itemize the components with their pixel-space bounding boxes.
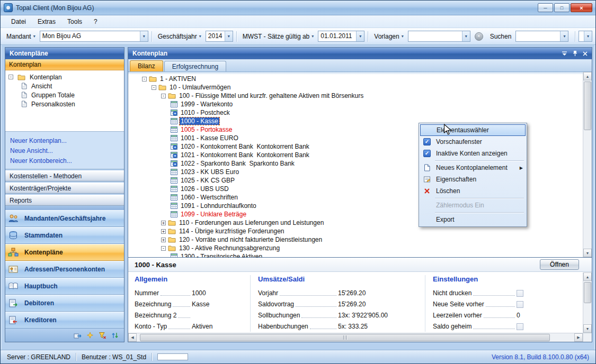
sidebar-nav-debitoren[interactable]: Debitoren [5,295,124,312]
sidebar-nav-adressen-personenkonten[interactable]: Adressen/Personenkonten [5,261,124,278]
menu-help[interactable]: ? [88,16,103,27]
sidebar-tree-item-ansicht[interactable]: Ansicht [8,81,123,90]
geschaeftsjahr-dropdown-label[interactable]: Geschäftsjahr▾ [155,31,204,42]
chevron-down-icon[interactable]: ▾ [225,31,233,41]
mwst-combobox[interactable]: 01.01.2011▾ [318,31,364,42]
scrollbar-track[interactable] [583,80,592,249]
detail-horizontal-scrollbar[interactable]: ◀ ▶ [128,333,583,342]
detail-vertical-scrollbar[interactable]: ▲ ▼ [583,272,592,333]
vor­lagen-combobox[interactable]: ▾ [408,31,470,42]
tree-item[interactable]: 1300 - Transitorische Aktiven [128,252,583,257]
context-menu-item-inaktive-konten-anzeigen[interactable]: ✓Inaktive Konten anzeigen [420,148,526,159]
mandant-dropdown-label[interactable]: Mandant▾ [4,31,38,42]
close-button[interactable]: × [571,3,592,12]
expand-expander-icon[interactable]: + [161,238,166,242]
currency-account-icon [171,152,177,158]
context-menu-item-vorschaufenster[interactable]: ✓Vorschaufenster [420,136,526,148]
section-reports[interactable]: Reports [5,195,124,206]
context-menu-item-loeschen[interactable]: Löschen [420,185,526,197]
collapse-expander-icon[interactable]: - [142,77,147,81]
chevron-down-icon[interactable]: ▾ [584,31,592,41]
tree-item[interactable]: -1 - AKTIVEN [128,75,583,83]
sidebar-tree-item-gruppen-totale[interactable]: Gruppen Totale [8,90,123,99]
chevron-down-icon[interactable]: ▾ [462,31,470,41]
sidebar-header: Kontenpläne [5,48,124,59]
checkbox-saldo-geheim[interactable] [517,323,523,330]
sidebar-tree-root[interactable]: -Kontenplan [8,72,123,81]
context-menu-item-eigenschaften[interactable]: Eigenschaften [420,174,526,185]
menu-extras[interactable]: Extras [32,16,61,27]
filter-icon[interactable] [99,332,106,339]
scroll-up-icon[interactable]: ▲ [583,272,592,281]
search-input[interactable]: ▾ [515,31,568,42]
tree-item[interactable]: -100 - Flüssige Mittel und kurzfr. gehal… [128,92,583,100]
wand-icon[interactable] [86,332,94,339]
collapse-expander-icon[interactable]: - [8,75,13,79]
pin-icon[interactable] [573,50,577,57]
scroll-down-icon[interactable]: ▼ [583,324,592,333]
minimize-button[interactable]: ─ [538,3,553,12]
tab-bilanz[interactable]: Bilanz [130,60,163,71]
tree-item[interactable]: -10 - Umlaufvermögen [128,83,583,92]
status-separator [152,353,152,361]
scroll-left-icon[interactable]: ◀ [128,333,137,342]
scroll-right-icon[interactable]: ▶ [574,333,583,342]
link-neuer-kontobereich[interactable]: Neuer Kontobereich... [10,156,124,166]
sidebar-nav-mandanten-geschaeftsjahre[interactable]: Mandanten/Geschäftsjahre [5,210,124,227]
collapse-expander-icon[interactable]: - [161,94,166,98]
export-icon[interactable] [74,332,82,339]
open-button[interactable]: Öffnen [540,259,579,270]
sidebar-nav-kontenplaene[interactable]: Kontenpläne [5,244,124,261]
vorlagen-dropdown-label[interactable]: Vorlagen▾ [371,31,406,42]
tab-erfolgsrechnung[interactable]: Erfolgsrechnung [164,61,226,71]
scrollbar-track[interactable] [137,333,574,342]
geschaeftsjahr-combobox[interactable]: 2014▾ [206,31,233,42]
sidebar-nav-hauptbuch[interactable]: Hauptbuch [5,278,124,295]
scrollbar-thumb[interactable] [584,282,591,303]
tree-item[interactable]: +120 - Vorräte und nicht fakturierte Die… [128,235,583,244]
scroll-down-icon[interactable]: ▼ [583,249,592,257]
close-icon[interactable] [583,51,588,56]
expand-expander-icon[interactable]: + [161,229,166,234]
collapse-expander-icon[interactable]: - [152,85,156,90]
sidebar-tree-item-personalkosten[interactable]: Personalkosten [8,99,123,108]
tree-item[interactable]: 1999 - Wartekonto [128,100,583,108]
tree-item[interactable]: +114 - Übrige kurzfristige Forderungen [128,227,583,235]
sidebar-entry-kontenplan[interactable]: Kontenplan [5,59,124,70]
scrollbar-track[interactable] [583,281,592,324]
sidebar-nav-stammdaten[interactable]: Stammdaten [5,227,124,244]
expand-expander-icon[interactable]: + [161,221,166,225]
detail-title: 1000 - Kasse [135,261,176,269]
tree-vertical-scrollbar[interactable]: ▲ ▼ [583,72,592,257]
context-menu-item-zaehlermodus-ein[interactable]: Zählermodus Ein [420,199,526,211]
menu-datei[interactable]: Datei [6,16,31,27]
maximize-button[interactable]: □ [554,3,570,12]
section-kostenstellen-methoden[interactable]: Kostenstellen - Methoden [5,170,124,181]
scroll-up-icon[interactable]: ▲ [583,72,592,80]
menu-tools[interactable]: Tools [62,16,87,27]
checkbox-nicht-drucken[interactable] [517,290,523,297]
context-menu-item-export[interactable]: Export [420,214,526,225]
section-kostentraeger-projekte[interactable]: Kostenträger/Projekte [5,183,124,194]
tree-item[interactable]: -130 - Aktive Rechnungsabgrenzung [128,244,583,252]
chevron-down-icon[interactable]: ▾ [356,31,364,41]
mwst-dropdown-label[interactable]: MWST - Sätze gültig ab▾ [240,31,317,42]
collapse-expander-icon[interactable]: - [161,246,166,251]
clients-icon [8,213,19,224]
chevron-down-icon[interactable]: ▾ [560,31,568,41]
clear-search-button[interactable]: × [475,32,483,41]
context-menu-item-neues-kontoplanelement[interactable]: Neues Kontoplanelement▶ [420,162,526,174]
checkbox-neue-seite-vorher[interactable] [517,301,523,308]
link-neuer-kontenplan[interactable]: Neuer Kontenplan... [10,135,124,145]
scrollbar-thumb[interactable] [140,334,550,341]
dropdown-icon[interactable] [562,51,567,56]
sidebar-nav-kreditoren[interactable]: Kreditoren [5,312,124,329]
chevron-down-icon[interactable]: ▾ [140,31,148,41]
context-menu-item-elementauswaehler[interactable]: Elementauswähler [420,124,526,136]
toolbar-overflow-combobox[interactable]: ▾ [579,31,592,42]
scrollbar-thumb[interactable] [584,81,591,130]
sort-icon[interactable] [111,332,119,339]
tree-item[interactable]: 1010 - Postcheck [128,108,583,117]
mandant-combobox[interactable]: Mon Bijou AG▾ [40,31,148,42]
link-neue-ansicht[interactable]: Neue Ansicht... [10,145,124,156]
